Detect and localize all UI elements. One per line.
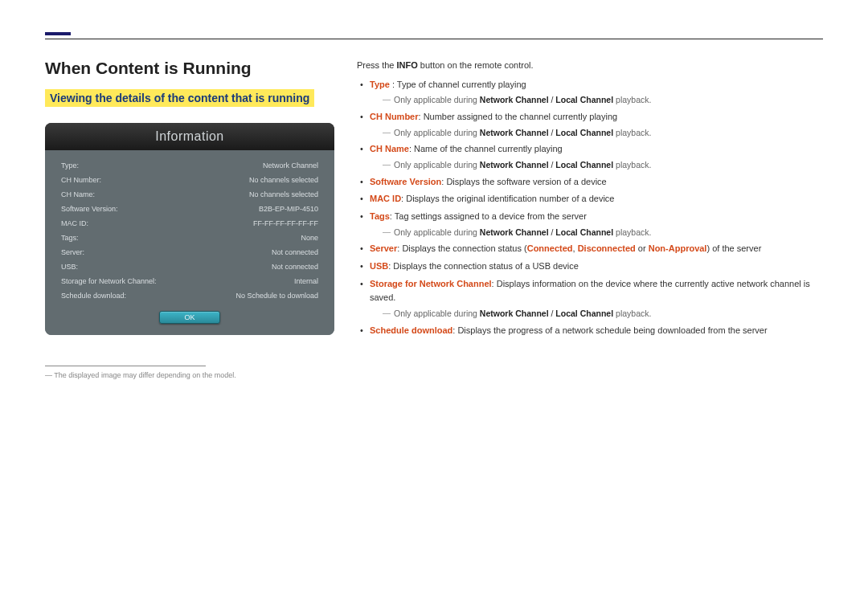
table-row: Storage for Network Channel:Internal bbox=[61, 274, 318, 288]
row-value: Internal bbox=[199, 274, 318, 288]
page-title: When Content is Running bbox=[45, 59, 334, 78]
desc-item-schedule: Schedule download: Displays the progress… bbox=[357, 324, 823, 338]
table-row: Tags:None bbox=[61, 231, 318, 245]
row-label: CH Name: bbox=[61, 187, 199, 202]
applicable-note: Only applicable during Network Channel /… bbox=[370, 158, 823, 172]
accent-bar bbox=[45, 32, 71, 35]
row-label: MAC ID: bbox=[61, 216, 199, 231]
table-row: USB:Not connected bbox=[61, 260, 318, 274]
row-value: No channels selected bbox=[199, 187, 318, 202]
table-row: Type:Network Channel bbox=[61, 158, 318, 173]
desc-item-mac: MAC ID: Displays the original identifica… bbox=[357, 192, 823, 206]
panel-title: Information bbox=[45, 123, 334, 150]
row-label: Storage for Network Channel: bbox=[61, 274, 199, 288]
row-value: No channels selected bbox=[199, 173, 318, 187]
table-row: Schedule download:No Schedule to downloa… bbox=[61, 288, 318, 303]
row-value: Network Channel bbox=[199, 158, 318, 173]
row-value: Not connected bbox=[199, 245, 318, 260]
row-label: CH Number: bbox=[61, 173, 199, 187]
desc-item-chname: CH Name: Name of the channel currently p… bbox=[357, 142, 823, 171]
footnote-text: The displayed image may differ depending… bbox=[54, 371, 235, 379]
row-label: Type: bbox=[61, 158, 199, 173]
top-divider bbox=[45, 39, 823, 39]
desc-item-usb: USB: Displays the connection status of a… bbox=[357, 260, 823, 274]
desc-item-chnum: CH Number: Number assigned to the channe… bbox=[357, 110, 823, 139]
row-value: Not connected bbox=[199, 260, 318, 274]
table-row: CH Number:No channels selected bbox=[61, 173, 318, 187]
row-label: Software Version: bbox=[61, 202, 199, 216]
desc-item-type: Type : Type of channel currently playing… bbox=[357, 78, 823, 107]
row-label: Schedule download: bbox=[61, 288, 199, 303]
table-row: CH Name:No channels selected bbox=[61, 187, 318, 202]
intro-prefix: Press the bbox=[357, 60, 397, 70]
intro-line: Press the INFO button on the remote cont… bbox=[357, 59, 823, 73]
information-panel: Information Type:Network Channel CH Numb… bbox=[45, 123, 334, 335]
intro-bold: INFO bbox=[397, 60, 418, 70]
dash-icon: ― bbox=[45, 371, 52, 379]
table-row: Software Version:B2B-EP-MIP-4510 bbox=[61, 202, 318, 216]
desc-item-storage: Storage for Network Channel: Displays in… bbox=[357, 277, 823, 321]
desc-item-tags: Tags: Tag settings assigned to a device … bbox=[357, 210, 823, 239]
page-subtitle: Viewing the details of the content that … bbox=[45, 89, 314, 107]
row-label: Server: bbox=[61, 245, 199, 260]
row-label: Tags: bbox=[61, 231, 199, 245]
applicable-note: Only applicable during Network Channel /… bbox=[370, 226, 823, 239]
footnote-divider bbox=[45, 366, 206, 366]
desc-item-server: Server: Displays the connection status (… bbox=[357, 242, 823, 256]
description-column: Press the INFO button on the remote cont… bbox=[357, 59, 823, 379]
info-table: Type:Network Channel CH Number:No channe… bbox=[61, 158, 318, 303]
applicable-note: Only applicable during Network Channel /… bbox=[370, 307, 823, 321]
row-value: No Schedule to download bbox=[199, 288, 318, 303]
row-value: B2B-EP-MIP-4510 bbox=[199, 202, 318, 216]
row-label: USB: bbox=[61, 260, 199, 274]
desc-item-sw: Software Version: Displays the software … bbox=[357, 175, 823, 190]
row-value: None bbox=[199, 231, 318, 245]
table-row: Server:Not connected bbox=[61, 245, 318, 260]
row-value: FF-FF-FF-FF-FF-FF bbox=[199, 216, 318, 231]
intro-suffix: button on the remote control. bbox=[418, 60, 534, 70]
applicable-note: Only applicable during Network Channel /… bbox=[370, 126, 823, 140]
table-row: MAC ID:FF-FF-FF-FF-FF-FF bbox=[61, 216, 318, 231]
ok-button[interactable]: OK bbox=[159, 311, 219, 324]
footnote: ― The displayed image may differ dependi… bbox=[45, 371, 334, 379]
applicable-note: Only applicable during Network Channel /… bbox=[370, 93, 823, 107]
